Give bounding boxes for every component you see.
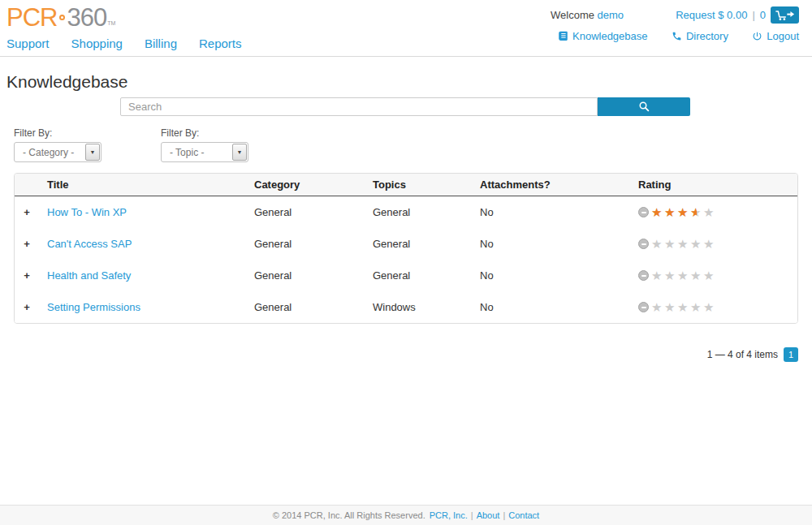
star-icon[interactable]: ★★	[703, 238, 716, 250]
topic-filter-select[interactable]: - Topic -▼	[161, 142, 248, 162]
table-row: +Setting PermissionsGeneralWindowsNo★★★★…	[15, 291, 797, 323]
search-button[interactable]	[598, 97, 690, 116]
quick-link-label: Knowledgebase	[572, 30, 648, 42]
nav-item-shopping[interactable]: Shopping	[71, 37, 123, 50]
row-expander[interactable]: +	[15, 260, 39, 291]
request-total-link[interactable]: Request $ 0.00	[676, 9, 747, 21]
row-expander[interactable]: +	[15, 291, 39, 323]
pagination-page-button[interactable]: 1	[784, 347, 798, 362]
star-icon[interactable]: ★★	[664, 206, 677, 218]
cancel-rating-icon[interactable]	[638, 270, 649, 281]
column-attachments[interactable]: Attachments?	[472, 174, 630, 196]
header-left: PCR360TM SupportShoppingBillingReports	[6, 0, 242, 56]
star-icon[interactable]: ★★	[677, 301, 690, 313]
column-rating[interactable]: Rating	[630, 174, 797, 196]
search-icon	[638, 101, 650, 113]
star-icon[interactable]: ★★	[664, 269, 677, 282]
topic-filter-value: - Topic -	[162, 147, 204, 158]
star-icon[interactable]: ★★	[664, 238, 677, 250]
filter-label-topic: Filter By:	[161, 127, 248, 139]
star-fill: ★	[677, 206, 690, 218]
pcr360-logo[interactable]: PCR360TM	[6, 5, 242, 30]
filter-group-category: Filter By:- Category -▼	[14, 127, 102, 162]
category-filter-select[interactable]: - Category -▼	[14, 142, 102, 162]
star-icon[interactable]: ★★	[677, 269, 690, 282]
star-icon[interactable]: ★★	[677, 238, 690, 250]
cancel-rating-icon[interactable]	[638, 239, 649, 249]
kb-article-link[interactable]: How To - Win XP	[47, 206, 127, 218]
table-row: +How To - Win XPGeneralGeneralNo★★★★★★★★…	[15, 196, 797, 229]
filters-row: Filter By:- Category -▼Filter By:- Topic…	[14, 127, 812, 162]
username-link[interactable]: demo	[598, 9, 624, 21]
nav-item-support[interactable]: Support	[6, 37, 50, 50]
cell-rating: ★★★★★★★★★★	[630, 291, 797, 323]
filter-group-topic: Filter By:- Topic -▼	[161, 127, 248, 162]
footer-link-about[interactable]: About	[477, 510, 500, 520]
page: PCR360TM SupportShoppingBillingReports W…	[0, 0, 812, 525]
column-category[interactable]: Category	[246, 174, 365, 196]
quick-link-knowledgebase[interactable]: Knowledgebase	[558, 30, 648, 42]
cancel-rating-icon[interactable]	[638, 207, 649, 217]
row-expander[interactable]: +	[15, 228, 39, 260]
star-icon[interactable]: ★★	[651, 269, 664, 282]
rating-widget: ★★★★★★★★★★	[638, 238, 789, 250]
kb-article-link[interactable]: Can't Access SAP	[47, 238, 132, 250]
table-header-row: TitleCategoryTopicsAttachments?Rating	[15, 174, 797, 196]
quick-link-directory[interactable]: Directory	[672, 30, 728, 42]
cell-title: Setting Permissions	[39, 291, 246, 323]
cell-title: Can't Access SAP	[39, 228, 246, 260]
knowledgebase-grid: TitleCategoryTopicsAttachments?Rating +H…	[14, 173, 798, 324]
rating-widget: ★★★★★★★★★★	[638, 206, 789, 218]
cell-topics: General	[365, 260, 472, 291]
rating-widget: ★★★★★★★★★★	[638, 301, 789, 313]
star-icon[interactable]: ★★	[690, 238, 703, 250]
footer-link-separator: |	[503, 510, 505, 520]
footer-link-contact[interactable]: Contact	[508, 510, 539, 520]
pagination-summary: 1 — 4 of 4 items	[707, 349, 778, 360]
kb-article-link[interactable]: Health and Safety	[47, 269, 131, 282]
star-icon[interactable]: ★★	[651, 206, 664, 218]
row-expander[interactable]: +	[15, 196, 39, 229]
star-icon[interactable]: ★★	[703, 301, 716, 313]
filter-label-category: Filter By:	[14, 127, 102, 139]
cell-topics: General	[365, 228, 472, 260]
logo-text-360: 360	[67, 3, 106, 32]
star-icon[interactable]: ★★	[664, 301, 677, 313]
nav-item-billing[interactable]: Billing	[145, 37, 177, 50]
request-separator: |	[752, 9, 754, 21]
nav-item-reports[interactable]: Reports	[199, 37, 242, 50]
cart-arrow-icon	[775, 10, 795, 21]
cell-category: General	[246, 196, 365, 229]
search-input[interactable]	[120, 97, 598, 116]
copyright-text: © 2014 PCR, Inc. All Rights Reserved.	[273, 510, 425, 520]
star-icon[interactable]: ★★	[690, 269, 703, 282]
pagination: 1 — 4 of 4 items 1	[0, 347, 798, 362]
quick-link-logout[interactable]: Logout	[752, 30, 799, 42]
star-icon[interactable]: ★★	[651, 301, 664, 313]
cancel-rating-icon[interactable]	[638, 302, 649, 312]
book-icon	[558, 31, 568, 41]
welcome-label: Welcome	[551, 9, 594, 21]
star-icon[interactable]: ★★	[703, 206, 716, 218]
chevron-down-icon[interactable]: ▼	[232, 144, 247, 161]
quick-link-label: Directory	[686, 30, 728, 42]
star-icon[interactable]: ★★	[651, 238, 664, 250]
column-topics[interactable]: Topics	[365, 174, 472, 196]
cell-rating: ★★★★★★★★★★	[630, 228, 797, 260]
kb-article-link[interactable]: Setting Permissions	[47, 301, 140, 313]
cell-rating: ★★★★★★★★★★	[630, 260, 797, 291]
star-icon[interactable]: ★★	[677, 206, 690, 218]
column-title[interactable]: Title	[39, 174, 246, 196]
chevron-down-icon[interactable]: ▼	[85, 144, 100, 161]
request-cart-area: Request $ 0.00 | 0	[676, 6, 799, 24]
footer-link-pcr-inc[interactable]: PCR, Inc.	[430, 510, 468, 520]
star-icon[interactable]: ★★	[690, 301, 703, 313]
star-icon[interactable]: ★★	[690, 206, 703, 218]
cell-topics: Windows	[365, 291, 472, 323]
cell-attachments: No	[472, 260, 630, 291]
star-icon[interactable]: ★★	[703, 269, 716, 282]
cell-attachments: No	[472, 196, 630, 229]
rating-widget: ★★★★★★★★★★	[638, 269, 789, 282]
cart-count-link[interactable]: 0	[760, 9, 766, 21]
cart-button[interactable]	[771, 6, 799, 24]
